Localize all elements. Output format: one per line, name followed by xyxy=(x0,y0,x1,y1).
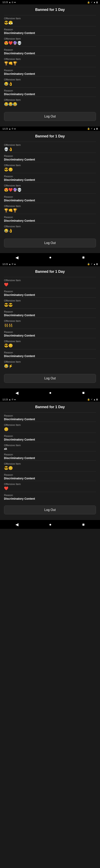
divider-8 xyxy=(4,223,96,223)
navigation-bar: ◀ ● ■ xyxy=(0,389,100,397)
home-button[interactable]: ● xyxy=(46,390,55,396)
logout-button-screen2[interactable]: Log Out xyxy=(4,239,96,247)
field-value-7: Discriminatory Content xyxy=(4,93,96,96)
check-icon: ✓ xyxy=(91,1,93,4)
back-button[interactable]: ◀ xyxy=(12,254,21,261)
field-emoji-4: 😍❤️🔮💀 xyxy=(4,187,96,192)
field-group-0: Offensive Item ❤️ xyxy=(0,279,100,287)
divider-2 xyxy=(4,433,96,433)
screen-screen3: 12:23 ▲ ⊙ ● 🔒 ✓ ▲ ▮ Banned for 1 Day Off… xyxy=(0,262,100,397)
field-label-1: Reason xyxy=(4,154,96,157)
field-group-7: Reason Discriminatory Content xyxy=(0,351,100,358)
field-group-6: Reason Discriminatory Content xyxy=(0,473,100,480)
logout-button-screen3[interactable]: Log Out xyxy=(4,374,96,383)
field-group-8: Offensive Item 😂⚡ xyxy=(0,360,100,369)
recents-button[interactable]: ■ xyxy=(79,254,88,260)
field-group-4: Offensive Item 🏆👊🏆 xyxy=(0,58,100,66)
logout-button-screen4[interactable]: Log Out xyxy=(4,505,96,514)
battery-icon: ▮ xyxy=(96,398,98,401)
field-label-6: Offensive Item xyxy=(4,78,96,81)
divider-5 xyxy=(4,329,96,329)
home-button[interactable]: ● xyxy=(46,521,55,528)
field-label-2: Offensive Item xyxy=(4,164,96,167)
status-bar: 12:23 ▲ ⊙ ● 🔒 ✓ ▲ ▮ xyxy=(0,262,100,266)
field-value-0: Discriminatory Content xyxy=(4,417,96,421)
status-right: 🔒 ✓ ▲ ▮ xyxy=(87,263,98,265)
field-group-0: Offensive Item 💀👌 xyxy=(0,144,100,152)
battery-icon: ▮ xyxy=(96,127,98,130)
field-emoji-6: 🏆👊🏆 xyxy=(4,208,96,213)
logout-button-screen1[interactable]: Log Out xyxy=(4,112,96,121)
field-label-4: Offensive Item xyxy=(4,319,96,322)
field-group-4: Offensive Item 😍❤️🔮💀 xyxy=(0,184,100,192)
field-label-8: Offensive Item xyxy=(4,360,96,363)
divider-1 xyxy=(4,422,96,422)
check-icon: ✓ xyxy=(91,263,93,265)
field-emoji-8: 😂👌 xyxy=(4,228,96,234)
screen-screen2: 12:23 ▲ ⊙ ● 🔒 ✓ ▲ ▮ Banned for 1 Day Off… xyxy=(0,127,100,262)
back-button[interactable]: ◀ xyxy=(12,521,21,528)
field-label-0: Offensive Item xyxy=(4,144,96,147)
field-value-3: Discriminatory Content xyxy=(4,314,96,317)
divider-6 xyxy=(4,338,96,338)
status-left: 12:23 ▲ ⊙ ● xyxy=(2,127,15,130)
field-emoji-8: 😂😂😂 xyxy=(4,102,96,107)
wifi-icon: ⊙ xyxy=(12,398,13,401)
battery-icon: ▮ xyxy=(96,1,98,4)
dot-icon: ● xyxy=(14,1,15,3)
field-emoji-0: ❤️ xyxy=(4,282,96,287)
field-group-6: Offensive Item 😎😊 xyxy=(0,340,100,348)
shield-icon: 🔒 xyxy=(87,127,90,130)
field-group-8: Offensive Item 😂👌 xyxy=(0,225,100,234)
field-label-4: Offensive Item xyxy=(4,184,96,187)
field-label-6: Offensive Item xyxy=(4,205,96,208)
field-emoji-7: ❤️ xyxy=(4,486,96,491)
field-group-6: Offensive Item 😂👌 xyxy=(0,78,100,87)
field-label-7: Reason xyxy=(4,351,96,354)
divider-2 xyxy=(4,297,96,298)
status-time: 12:23 xyxy=(2,1,8,3)
card-title-screen4: Banned for 1 Day xyxy=(0,402,100,411)
home-button[interactable]: ● xyxy=(46,254,55,260)
field-group-1: Reason Discriminatory Content xyxy=(0,290,100,297)
card-title-screen3: Banned for 1 Day xyxy=(0,266,100,276)
signal-icon: ▲ xyxy=(9,263,11,265)
recents-button[interactable]: ■ xyxy=(79,390,88,396)
field-group-0: Offensive Item 😎😤 xyxy=(0,17,100,25)
field-label-6: Reason xyxy=(4,473,96,476)
status-right: 🔒 ✓ ▲ ▮ xyxy=(87,127,98,130)
field-label-1: Reason xyxy=(4,290,96,293)
divider-0 xyxy=(4,277,96,277)
field-value-2: Discriminatory Content xyxy=(4,438,96,441)
field-value-1: Discriminatory Content xyxy=(4,158,96,161)
status-right: 🔒 ✓ ▲ ▮ xyxy=(87,398,98,401)
status-left: 12:23 ▲ ⊙ ● xyxy=(2,263,15,265)
field-group-5: Reason Discriminatory Content xyxy=(0,195,100,202)
field-label-8: Reason xyxy=(4,494,96,497)
divider-2 xyxy=(4,35,96,36)
field-label-5: Offensive Item xyxy=(4,462,96,465)
field-label-2: Reason xyxy=(4,434,96,437)
field-value-3: Discriminatory Content xyxy=(4,52,96,55)
status-left: 12:23 ▲ ⊙ ● xyxy=(2,1,15,4)
status-time: 12:23 xyxy=(2,127,8,130)
field-group-3: Reason Discriminatory Content xyxy=(0,48,100,55)
field-label-5: Reason xyxy=(4,331,96,334)
battery-icon: ▮ xyxy=(96,263,98,265)
field-group-5: Offensive Item 😎😊 xyxy=(0,462,100,471)
field-group-4: Reason Discriminatory Content xyxy=(0,453,100,460)
field-value-6: Discriminatory Content xyxy=(4,477,96,480)
field-label-5: Reason xyxy=(4,195,96,198)
field-label-0: Reason xyxy=(4,414,96,417)
field-group-2: Reason Discriminatory Content xyxy=(0,434,100,441)
field-group-5: Reason Discriminatory Content xyxy=(0,331,100,337)
field-group-1: Reason Discriminatory Content xyxy=(0,28,100,35)
wifi-icon: ⊙ xyxy=(12,263,13,265)
field-label-2: Offensive Item xyxy=(4,37,96,40)
back-button[interactable]: ◀ xyxy=(12,390,21,396)
field-value-3: Discriminatory Content xyxy=(4,178,96,181)
card-screen4: Banned for 1 Day Reason Discriminatory C… xyxy=(0,402,100,519)
recents-button[interactable]: ■ xyxy=(79,521,88,528)
field-label-7: Reason xyxy=(4,89,96,92)
field-label-5: Reason xyxy=(4,69,96,72)
